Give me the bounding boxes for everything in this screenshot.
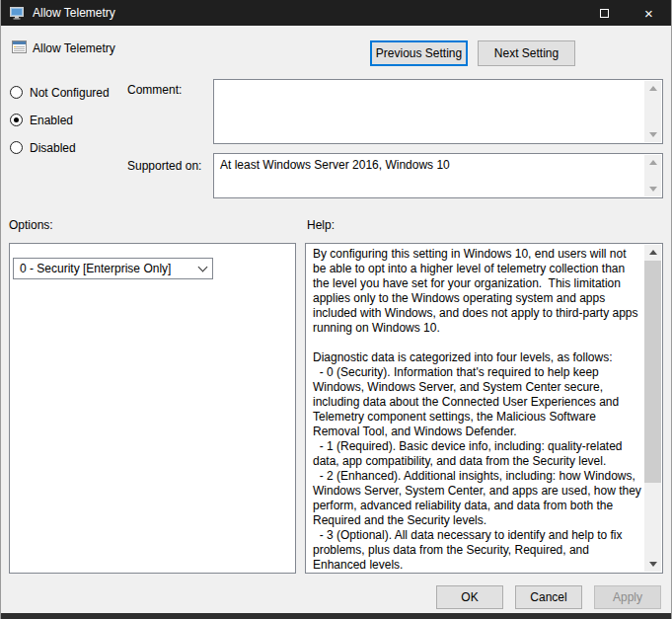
scroll-up-icon — [649, 86, 657, 91]
scroll-up-icon — [649, 250, 657, 255]
cancel-button[interactable]: Cancel — [515, 585, 582, 609]
maximize-icon — [600, 9, 609, 18]
radio-label: Enabled — [30, 114, 73, 127]
scroll-down-button[interactable] — [644, 127, 661, 142]
titlebar: Allow Telemetry × — [1, 0, 671, 26]
radio-enabled[interactable]: Enabled — [10, 113, 73, 127]
maximize-button[interactable] — [582, 0, 627, 26]
supported-on-box: At least Windows Server 2016, Windows 10 — [213, 153, 663, 198]
radio-label: Disabled — [30, 141, 76, 155]
scroll-up-icon — [649, 160, 657, 165]
dropdown-chevron-box — [192, 259, 212, 278]
options-panel — [9, 243, 296, 574]
previous-setting-button[interactable]: Previous Setting — [370, 40, 468, 66]
scroll-down-button[interactable] — [644, 557, 661, 572]
allow-telemetry-dialog: Allow Telemetry × Allow Telemetry Previo… — [0, 0, 672, 619]
ok-button[interactable]: OK — [436, 585, 503, 609]
help-scrollbar[interactable] — [644, 245, 661, 572]
radio-circle-icon — [10, 114, 23, 126]
scroll-up-button[interactable] — [644, 245, 661, 260]
telemetry-level-dropdown[interactable]: 0 - Security [Enterprise Only] — [13, 258, 213, 279]
radio-disabled[interactable]: Disabled — [10, 140, 76, 155]
radio-circle-icon — [10, 141, 23, 154]
chevron-down-icon — [197, 262, 207, 271]
options-label: Options: — [9, 218, 53, 232]
supported-on-label: Supported on: — [127, 159, 201, 173]
comment-scrollbar[interactable] — [644, 81, 661, 142]
close-button[interactable]: × — [627, 0, 671, 26]
close-icon: × — [644, 6, 653, 21]
radio-not-configured[interactable]: Not Configured — [10, 85, 110, 100]
dropdown-selected-value: 0 - Security [Enterprise Only] — [20, 262, 171, 275]
scrollbar-thumb[interactable] — [644, 261, 661, 483]
help-label: Help: — [307, 218, 335, 232]
caption-buttons: × — [582, 0, 671, 26]
window-title: Allow Telemetry — [33, 6, 115, 20]
help-panel: By configuring this setting in Windows 1… — [305, 243, 663, 574]
window-bottom-edge — [1, 613, 671, 619]
apply-button: Apply — [594, 585, 661, 609]
scroll-down-button[interactable] — [644, 182, 661, 196]
scroll-down-icon — [649, 562, 657, 567]
radio-label: Not Configured — [30, 86, 110, 100]
next-setting-button[interactable]: Next Setting — [478, 40, 575, 66]
scroll-up-button[interactable] — [644, 155, 661, 170]
comment-label: Comment: — [127, 83, 182, 97]
supported-on-value: At least Windows Server 2016, Windows 10 — [220, 158, 640, 173]
scroll-up-button[interactable] — [644, 81, 661, 96]
supported-scrollbar[interactable] — [644, 155, 661, 196]
scroll-down-icon — [649, 132, 657, 137]
setting-title: Allow Telemetry — [33, 41, 115, 55]
scroll-down-icon — [649, 187, 657, 192]
help-text: By configuring this setting in Windows 1… — [307, 245, 643, 572]
radio-circle-icon — [10, 86, 23, 99]
policy-setting-icon — [11, 39, 28, 55]
comment-input[interactable] — [213, 79, 663, 144]
computer-icon — [9, 5, 25, 21]
